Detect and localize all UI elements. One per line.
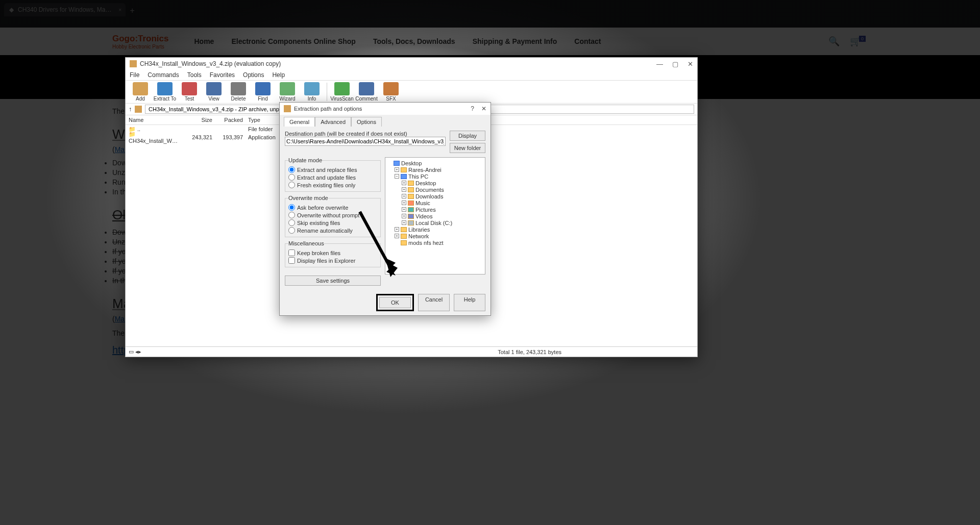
ok-button[interactable]: OK (379, 297, 411, 308)
statusbar: ▭ ◂▸ Total 1 file, 243,321 bytes (126, 346, 697, 357)
site-header: Gogo:Tronics Hobby Electronic Parts Home… (0, 28, 980, 55)
radio-extract-replace[interactable]: Extract and replace files (288, 166, 377, 173)
radio-overwrite-noprompt[interactable]: Overwrite without prompt (288, 212, 377, 218)
menu-commands[interactable]: Commands (148, 71, 179, 79)
col-packed[interactable]: Packed (212, 117, 243, 123)
help-icon[interactable]: ? (471, 105, 474, 112)
tool-sfx[interactable]: SFX (379, 82, 403, 102)
browser-tab[interactable]: ◆ CH340 Drivers for Windows, Ma… × (4, 3, 126, 16)
tree-item[interactable]: +Local Disk (C:) (387, 219, 483, 226)
tree-item[interactable]: +Videos (387, 213, 483, 219)
nav-tools[interactable]: Tools, Docs, Downloads (373, 37, 455, 45)
extraction-dialog: Extraction path and options ? ✕ General … (279, 102, 491, 316)
tool-view[interactable]: View (202, 82, 226, 102)
logo-text: Gogo:Tronics (112, 34, 169, 43)
tree-item[interactable]: +Libraries (387, 226, 483, 233)
status-text: Total 1 file, 243,321 bytes (498, 349, 561, 355)
radio-fresh-only[interactable]: Fresh existing files only (288, 182, 377, 188)
chk-display-explorer[interactable]: Display files in Explorer (288, 257, 377, 264)
menu-tools[interactable]: Tools (187, 71, 202, 79)
logo[interactable]: Gogo:Tronics Hobby Electronic Parts (112, 34, 169, 49)
tab-advanced[interactable]: Advanced (315, 117, 351, 127)
archive-icon (135, 106, 142, 113)
folder-tree[interactable]: Desktop+Rares-Andrei−This PC+Desktop+Doc… (385, 157, 485, 274)
dialog-footer: OK Cancel Help (280, 290, 491, 315)
search-icon[interactable]: 🔍 (828, 36, 840, 47)
dest-label: Destination path (will be created if doe… (285, 131, 446, 137)
menu-help[interactable]: Help (272, 71, 285, 79)
tree-item[interactable]: mods nfs hezt (387, 239, 483, 246)
menu-favorites[interactable]: Favorites (210, 71, 235, 79)
tab-title: CH340 Drivers for Windows, Ma… (18, 6, 111, 13)
tool-wizard[interactable]: Wizard (276, 82, 299, 102)
radio-skip-existing[interactable]: Skip existing files (288, 219, 377, 226)
tool-extract-to[interactable]: Extract To (153, 82, 177, 102)
menu-options[interactable]: Options (243, 71, 264, 79)
col-name[interactable]: Name (126, 117, 182, 123)
tool-virusscan[interactable]: VirusScan (330, 82, 354, 102)
close-icon[interactable]: ✕ (481, 105, 486, 112)
tree-item[interactable]: +Rares-Andrei (387, 166, 483, 173)
new-tab-button[interactable]: + (130, 6, 134, 15)
overwrite-mode-group: Overwrite mode Ask before overwrite Over… (285, 195, 381, 237)
dialog-titlebar[interactable]: Extraction path and options ? ✕ (280, 103, 491, 115)
update-mode-group: Update mode Extract and replace files Ex… (285, 157, 381, 192)
logo-subtitle: Hobby Electronic Parts (112, 44, 169, 49)
new-folder-button[interactable]: New folder (450, 143, 485, 153)
window-titlebar[interactable]: CH34x_Install_Windows_v3_4.zip (evaluati… (126, 58, 697, 70)
menu-file[interactable]: File (130, 71, 139, 79)
tab-general[interactable]: General (284, 117, 315, 127)
cart-icon[interactable]: 🛒0 (850, 36, 868, 47)
tool-comment[interactable]: Comment (355, 82, 378, 102)
tree-item[interactable]: +Pictures (387, 206, 483, 213)
display-button[interactable]: Display (450, 131, 485, 141)
group-title: Update mode (288, 157, 322, 163)
cancel-button[interactable]: Cancel (418, 294, 450, 311)
tree-item[interactable]: +Desktop (387, 180, 483, 186)
col-type[interactable]: Type (243, 117, 260, 123)
group-title: Miscellaneous (288, 240, 324, 246)
radio-extract-update[interactable]: Extract and update files (288, 174, 377, 181)
menubar: File Commands Tools Favorites Options He… (126, 70, 697, 80)
radio-rename-auto[interactable]: Rename automatically (288, 227, 377, 234)
destination-input[interactable] (285, 137, 446, 146)
app-icon (130, 60, 137, 67)
ok-highlight: OK (376, 294, 414, 311)
dialog-tabs: General Advanced Options (280, 115, 491, 127)
tree-item[interactable]: −This PC (387, 173, 483, 180)
help-button[interactable]: Help (454, 294, 485, 311)
save-settings-button[interactable]: Save settings (285, 276, 381, 286)
minimize-icon[interactable]: — (656, 60, 663, 68)
tool-test[interactable]: Test (178, 82, 201, 102)
main-nav: Home Electronic Components Online Shop T… (194, 37, 601, 45)
tree-item[interactable]: +Downloads (387, 193, 483, 199)
tree-item[interactable]: +Music (387, 199, 483, 206)
tool-delete[interactable]: Delete (227, 82, 250, 102)
radio-ask-overwrite[interactable]: Ask before overwrite (288, 204, 377, 211)
misc-group: Miscellaneous Keep broken files Display … (285, 240, 381, 267)
browser-tabstrip: ◆ CH340 Drivers for Windows, Ma… × + (0, 0, 980, 28)
tool-add[interactable]: Add (129, 82, 152, 102)
dialog-title: Extraction path and options (294, 106, 362, 112)
up-icon[interactable]: ↑ (129, 106, 132, 113)
nav-contact[interactable]: Contact (574, 37, 601, 45)
tool-find[interactable]: Find (251, 82, 275, 102)
nav-shipping[interactable]: Shipping & Payment Info (473, 37, 557, 45)
nav-home[interactable]: Home (194, 37, 214, 45)
col-size[interactable]: Size (182, 117, 212, 123)
tree-item[interactable]: +Network (387, 233, 483, 239)
tool-info[interactable]: Info (300, 82, 324, 102)
maximize-icon[interactable]: ▢ (672, 60, 678, 68)
cart-badge: 0 (859, 36, 866, 42)
toolbar: AddExtract ToTestViewDeleteFindWizardInf… (126, 80, 697, 104)
close-icon[interactable]: × (118, 7, 121, 13)
tree-item[interactable]: +Documents (387, 186, 483, 193)
group-title: Overwrite mode (288, 195, 328, 201)
nav-shop[interactable]: Electronic Components Online Shop (231, 37, 355, 45)
close-icon[interactable]: ✕ (688, 60, 693, 68)
chk-keep-broken[interactable]: Keep broken files (288, 249, 377, 256)
status-left: ▭ ◂▸ (129, 348, 141, 355)
tab-options[interactable]: Options (351, 117, 382, 127)
tree-item[interactable]: Desktop (387, 160, 483, 166)
window-title: CH34x_Install_Windows_v3_4.zip (evaluati… (140, 60, 281, 67)
